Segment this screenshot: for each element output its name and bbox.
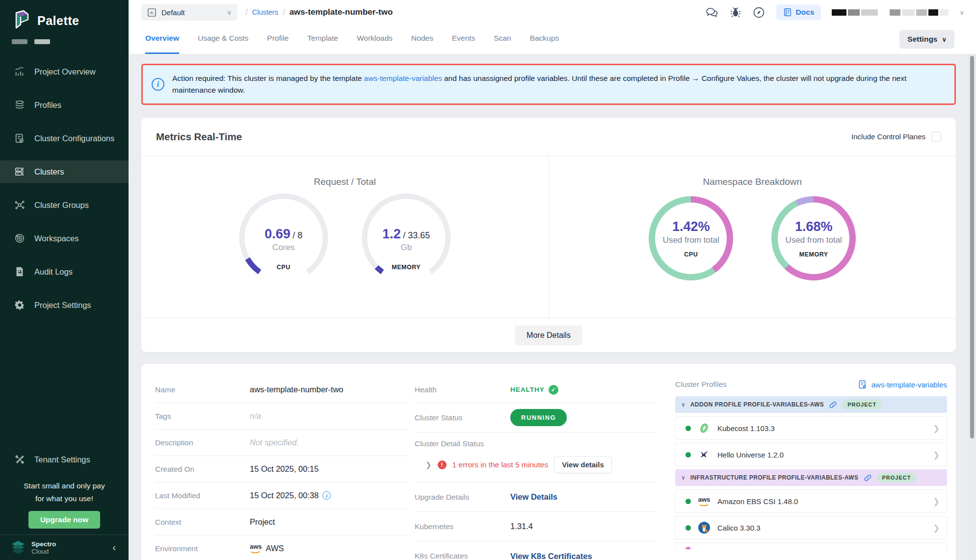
chevron-right-icon: ❯ <box>933 450 940 459</box>
upgrade-details-row: Upgrade Details View Details <box>415 483 656 512</box>
pack-row-kubecost[interactable]: Kubecost 1.103.3 ❯ <box>675 416 947 440</box>
info-icon[interactable]: i <box>322 491 331 500</box>
app-title: Palette <box>37 14 79 28</box>
pack-status-dot <box>686 547 691 549</box>
view-details-button[interactable]: View details <box>554 456 612 473</box>
detail-row-tags: Tags n/a <box>155 403 408 430</box>
expand-errors-chevron-icon[interactable]: ❯ <box>425 460 432 469</box>
cluster-configurations-icon <box>14 132 26 144</box>
kubecost-icon <box>698 422 711 434</box>
breadcrumb-clusters-link[interactable]: Clusters <box>252 8 278 16</box>
pack-row-amazon-ebs-csi[interactable]: aws Amazon EBS CSI 1.48.0 ❯ <box>675 489 947 513</box>
more-details-button[interactable]: More Details <box>515 326 582 345</box>
pack-status-dot <box>686 499 691 504</box>
topbar: Default ∨ / Clusters / aws-template-numb… <box>129 0 976 25</box>
sidebar-item-cluster-groups[interactable]: Cluster Groups <box>0 194 129 216</box>
kubernetes-version-value: 1.31.4 <box>510 522 533 531</box>
link-icon <box>864 474 872 482</box>
pack-row-partial[interactable] <box>675 542 947 549</box>
sidebar-item-label: Workspaces <box>34 234 79 243</box>
settings-button[interactable]: Settings ∨ <box>899 30 954 49</box>
last-modified-value: 15 Oct 2025, 00:38 <box>250 491 318 500</box>
memory-used-percent: 1.68% <box>795 219 833 234</box>
tab-profile[interactable]: Profile <box>267 34 289 54</box>
tabbar: Overview Usage & Costs Profile Template … <box>129 25 976 54</box>
redacted-block <box>916 9 927 16</box>
sidebar-item-label: Audit Logs <box>34 267 73 277</box>
chat-icon[interactable] <box>706 6 718 19</box>
tags-value: n/a <box>250 411 261 421</box>
compass-icon[interactable] <box>753 6 765 19</box>
sidebar-item-tenant-settings[interactable]: Tenant Settings <box>0 448 129 471</box>
sidebar-item-project-settings[interactable]: Project Settings <box>0 294 129 316</box>
tab-events[interactable]: Events <box>452 34 475 54</box>
project-overview-icon <box>14 66 26 77</box>
cluster-info-column: Name aws-template-number-two Tags n/a De… <box>155 377 408 560</box>
user-menu-chevron-icon[interactable]: ∨ <box>959 9 964 16</box>
memory-gauge-label: MEMORY <box>360 264 453 271</box>
tab-workloads[interactable]: Workloads <box>357 34 393 54</box>
namespace-breakdown-title: Namespace Breakdown <box>549 156 956 187</box>
tab-usage-costs[interactable]: Usage & Costs <box>198 34 248 54</box>
template-profile-link[interactable]: aws-template-variables <box>858 380 947 389</box>
alert-template-link[interactable]: aws-template-variables <box>364 74 442 82</box>
info-icon: i <box>152 78 164 91</box>
upgrade-now-button[interactable]: Upgrade now <box>28 511 100 529</box>
redacted-block <box>940 9 949 16</box>
project-selector[interactable]: Default ∨ <box>141 4 237 21</box>
chevron-down-icon: ∨ <box>942 36 947 43</box>
request-total-panel: Request / Total 0.69 / 8 Cor <box>141 156 549 318</box>
include-control-planes: Include Control Planes <box>851 132 941 142</box>
topbar-actions: Docs ∨ <box>706 4 964 20</box>
tab-backups[interactable]: Backups <box>530 34 559 54</box>
main-area: Default ∨ / Clusters / aws-template-numb… <box>129 0 976 560</box>
spectro-cloud-wordmark: Spectro Cloud <box>31 540 56 555</box>
gear-icon <box>14 299 26 311</box>
view-k8s-certificates-link[interactable]: View K8s Certificates <box>510 552 592 560</box>
sidebar-item-project-overview[interactable]: Project Overview <box>0 60 129 83</box>
infrastructure-profile-group-header[interactable]: ∨ INFRASTRUCTURE PROFILE PROFILE-VARIABL… <box>675 469 947 486</box>
clusters-icon <box>14 166 26 178</box>
content-area: i Action required: This cluster is manag… <box>129 54 976 560</box>
collapse-sidebar-icon[interactable]: ‹ <box>112 542 116 553</box>
pack-row-calico[interactable]: Calico 3.30.3 ❯ <box>675 516 947 539</box>
sidebar-item-profiles[interactable]: Profiles <box>0 94 129 116</box>
include-control-planes-checkbox[interactable] <box>931 132 941 142</box>
metrics-card-footer: More Details <box>141 318 956 352</box>
pack-row-hello-universe[interactable]: Hello Universe 1.2.0 ❯ <box>675 443 947 466</box>
tab-nodes[interactable]: Nodes <box>411 34 433 54</box>
page-scrollbar-track[interactable] <box>968 54 976 560</box>
cpu-donut-chart: 1.42% Used from total CPU <box>649 196 733 280</box>
sidebar-item-audit-logs[interactable]: Audit Logs <box>0 260 129 283</box>
chevron-down-icon: ∨ <box>227 9 232 16</box>
docs-button[interactable]: Docs <box>776 4 821 20</box>
tab-scan[interactable]: Scan <box>494 34 511 54</box>
cluster-status-row: Cluster Status RUNNING <box>415 403 656 433</box>
cluster-status-column: Health HEALTHY ✓ Cluster Status RUNNING … <box>415 377 656 560</box>
cpu-request-value: 0.69 <box>264 227 290 241</box>
metrics-title: Metrics Real-Time <box>156 131 242 143</box>
project-selector-value: Default <box>161 8 185 17</box>
redacted-block <box>848 9 860 16</box>
redacted-block <box>928 9 938 16</box>
cluster-groups-icon <box>14 199 26 211</box>
link-icon <box>829 401 837 409</box>
memory-unit: Gb <box>360 243 453 253</box>
project-badge: PROJECT <box>842 400 882 409</box>
bug-report-icon[interactable] <box>729 6 742 19</box>
addon-profile-group-header[interactable]: ∨ ADDON PROFILE PROFILE-VARIABLES-AWS PR… <box>675 396 947 413</box>
page-scrollbar-thumb[interactable] <box>970 56 974 438</box>
memory-donut-label: MEMORY <box>799 251 828 258</box>
tab-template[interactable]: Template <box>307 34 338 54</box>
hello-universe-icon <box>698 448 711 461</box>
breadcrumb-separator: / <box>245 7 248 17</box>
spectro-cloud-logo-icon <box>10 539 26 556</box>
tab-overview[interactable]: Overview <box>145 34 179 54</box>
sidebar-item-workspaces[interactable]: Workspaces <box>0 227 129 250</box>
docs-label: Docs <box>796 8 815 17</box>
sidebar-item-cluster-configurations[interactable]: Cluster Configurations <box>0 127 129 150</box>
sidebar-item-label: Cluster Groups <box>34 201 89 210</box>
upgrade-details-link[interactable]: View Details <box>510 492 557 502</box>
sidebar-item-clusters[interactable]: Clusters <box>0 160 129 183</box>
breadcrumb-separator: / <box>283 7 285 17</box>
